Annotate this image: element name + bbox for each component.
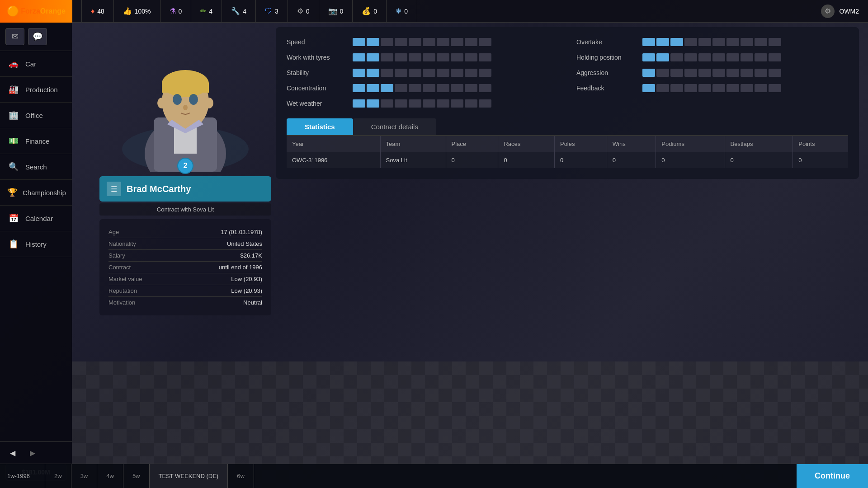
stat4-value: 3	[275, 8, 278, 15]
skill-holding: Holding position	[576, 53, 848, 61]
sidebar-item-search[interactable]: 🔍 Search	[0, 154, 72, 180]
tab-contract-details[interactable]: Contract details	[353, 118, 436, 135]
skill-tyres-bars	[353, 53, 491, 61]
driver-contract-row: Contract until end of 1996	[108, 262, 262, 273]
contract-value: until end of 1996	[219, 264, 262, 271]
skill-wet-weather: Wet weather	[287, 99, 558, 108]
timeline-week-5w[interactable]: 5w	[123, 464, 150, 488]
history-icon: 📋	[7, 238, 20, 250]
skill-tyres: Work with tyres	[287, 53, 558, 61]
timeline-week-2w[interactable]: 2w	[45, 464, 71, 488]
col-wins: Wins	[607, 136, 656, 152]
driver-contract: Contract with Sova Lit	[99, 203, 271, 216]
statistics-table: Year Team Place Races Poles Wins Podiums…	[287, 136, 848, 168]
timeline-week-3w[interactable]: 3w	[71, 464, 98, 488]
topbar-stat2: ✏ 4	[191, 0, 222, 23]
col-team: Team	[380, 136, 446, 152]
sidebar-item-production[interactable]: 🏭 Production	[0, 77, 72, 103]
tab-statistics-label: Statistics	[305, 123, 335, 131]
sidebar-item-calendar[interactable]: 📅 Calendar	[0, 206, 72, 231]
sidebar: ✉ 💬 🚗 Car 🏭 Production 🏢 Office 💵 Financ…	[0, 23, 72, 488]
tab-contract-details-label: Contract details	[371, 123, 418, 131]
skill-speed-label: Speed	[287, 38, 345, 46]
settings-icon[interactable]: ⚙	[821, 5, 835, 18]
driver-salary-row: Salary $26.17K	[108, 250, 262, 262]
week-5w-label: 5w	[132, 473, 140, 479]
topbar-stat5: ⚙ 0	[288, 0, 319, 23]
timeline-week-6w[interactable]: 6w	[228, 464, 254, 488]
topbar-items: ♦ 48 👍 100% ⚗ 0 ✏ 4 🔧 4 🛡 3 ⚙ 0 📷 0	[72, 0, 821, 23]
stat6-value: 0	[340, 8, 344, 15]
week-4w-label: 4w	[106, 473, 114, 479]
sidebar-item-car[interactable]: 🚗 Car	[0, 51, 72, 77]
main-content: 2 ☰ Brad McCarthy Contract with Sova Lit…	[72, 23, 868, 488]
coin-icon: 💰	[362, 7, 371, 15]
skill-stability-bars	[353, 69, 491, 77]
age-value: 17 (01.03.1978)	[221, 229, 262, 235]
sidebar-item-finance[interactable]: 💵 Finance	[0, 128, 72, 154]
stat3-value: 4	[243, 8, 246, 15]
cell-races: 0	[498, 152, 555, 169]
tab-statistics[interactable]: Statistics	[287, 118, 353, 135]
week-6w-label: 6w	[237, 473, 245, 479]
topbar: 🟠 ForzaOrange ♦ 48 👍 100% ⚗ 0 ✏ 4 🔧 4 🛡 …	[0, 0, 868, 23]
reputation-label: Reputation	[108, 287, 137, 294]
gear-icon: ⚙	[297, 7, 303, 15]
shield-icon: 🛡	[265, 7, 272, 15]
col-place: Place	[446, 136, 498, 152]
snowflake-icon: ❄	[396, 7, 401, 15]
topbar-stat1: ⚗ 0	[160, 0, 192, 23]
topbar-percentage: 👍 100%	[114, 0, 160, 23]
thumbsup-icon: 👍	[123, 7, 132, 15]
nationality-value: United States	[227, 240, 262, 247]
nav-next-arrow[interactable]: ▶	[27, 447, 38, 458]
driver-nationality-row: Nationality United States	[108, 238, 262, 250]
current-week-label: 1w-1996	[7, 473, 30, 479]
sidebar-item-championship[interactable]: 🏆 Championship	[0, 180, 72, 206]
nav-prev-arrow[interactable]: ◀	[7, 447, 18, 458]
driver-avatar-svg	[108, 36, 262, 172]
driver-portrait: 2	[108, 36, 262, 172]
driver-name: Brad McCarthy	[127, 184, 191, 194]
week-2w-label: 2w	[54, 473, 62, 479]
sidebar-item-history-label: History	[25, 240, 47, 248]
finance-icon: 💵	[7, 135, 20, 147]
skill-concentration-label: Concentration	[287, 84, 345, 92]
col-podiums: Podiums	[656, 136, 725, 152]
motivation-label: Motivation	[108, 299, 135, 306]
cell-wins: 0	[607, 152, 656, 169]
cell-points: 0	[793, 152, 848, 169]
col-bestlaps: Bestlaps	[725, 136, 793, 152]
flask-icon: ⚗	[170, 7, 176, 15]
stat2-value: 4	[209, 8, 212, 15]
svg-point-7	[173, 94, 182, 105]
skills-right: Overtake Holding pos	[576, 38, 848, 108]
sidebar-item-history[interactable]: 📋 History	[0, 231, 72, 257]
cell-team: Sova Lit	[380, 152, 446, 169]
skills-grid: Speed Work with tyre	[287, 38, 848, 108]
sidebar-item-championship-label: Championship	[23, 189, 66, 197]
driver-motivation-row: Motivation Neutral	[108, 297, 262, 308]
cell-podiums: 0	[656, 152, 725, 169]
skill-holding-bars	[642, 53, 781, 61]
salary-value: $26.17K	[241, 252, 262, 259]
sidebar-item-office[interactable]: 🏢 Office	[0, 103, 72, 128]
skill-concentration-bars	[353, 84, 491, 92]
timeline-week-4w[interactable]: 4w	[97, 464, 123, 488]
topbar-stat8: ❄ 0	[387, 0, 417, 23]
nationality-label: Nationality	[108, 240, 136, 247]
continue-button[interactable]: Continue	[797, 464, 868, 488]
topbar-stat6: 📷 0	[319, 0, 353, 23]
credits-value: 48	[97, 8, 104, 15]
skill-overtake-bars	[642, 38, 781, 46]
timeline-current-week: 1w-1996	[0, 464, 45, 488]
svg-point-9	[183, 105, 188, 110]
table-header-row: Year Team Place Races Poles Wins Podiums…	[287, 136, 848, 152]
driver-card-icon: ☰	[107, 182, 121, 196]
topbar-user: OWM2	[839, 8, 859, 15]
sidebar-nav-arrows: ◀ ▶	[0, 441, 72, 464]
mail-button[interactable]: ✉	[5, 28, 24, 45]
continue-label: Continue	[815, 471, 850, 480]
chat-button[interactable]: 💬	[28, 28, 47, 45]
stat1-value: 0	[179, 8, 182, 15]
